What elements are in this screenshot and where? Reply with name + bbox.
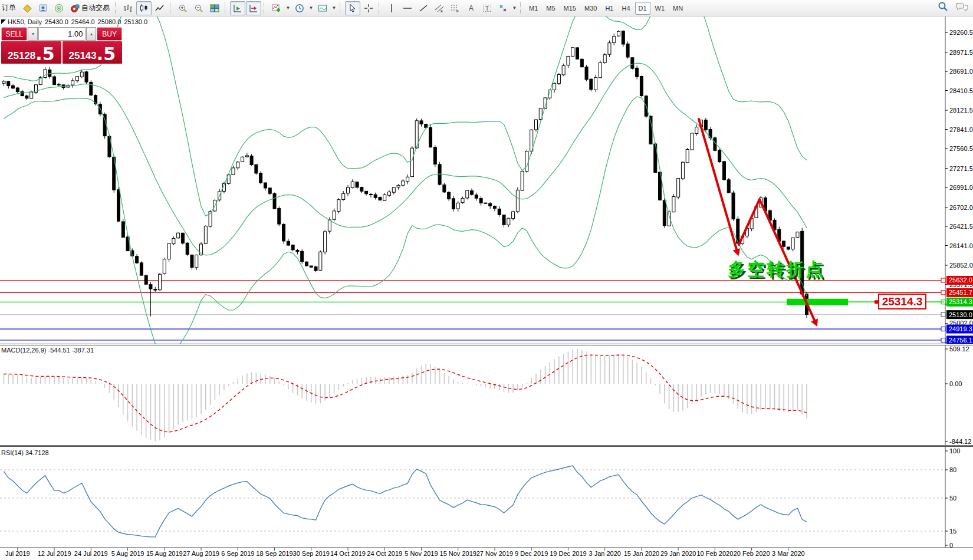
time-axis[interactable] xyxy=(0,548,945,560)
macd-indicator-label: MACD(12,26,9) -544.51 -387.31 xyxy=(1,347,94,354)
trendline-icon xyxy=(419,4,428,13)
timeframe-h4[interactable]: H4 xyxy=(618,2,633,15)
periods-dropdown[interactable]: ▼ xyxy=(308,2,314,15)
close-value: 25130.0 xyxy=(124,18,147,25)
sonar-icon xyxy=(54,4,64,13)
timeframe-d1[interactable]: D1 xyxy=(635,2,650,15)
turning-point-annotation[interactable]: 多空转折点 xyxy=(728,258,825,282)
template-icon xyxy=(318,4,327,13)
text-a-icon: A xyxy=(466,4,476,13)
zoom-out-button[interactable] xyxy=(191,1,206,15)
svg-text:E: E xyxy=(441,9,443,13)
templates-dropdown[interactable]: ▼ xyxy=(331,2,337,15)
volume-increase-button[interactable]: ▲ xyxy=(86,27,96,41)
toolbar-separator xyxy=(115,2,118,14)
channel-tool[interactable]: E xyxy=(432,1,447,15)
templates-button[interactable] xyxy=(315,1,330,15)
sell-price-display[interactable]: 25128.5 xyxy=(1,41,61,64)
timeframe-h1[interactable]: H1 xyxy=(601,2,617,15)
vertical-line-icon xyxy=(387,4,396,13)
fibonacci-tool[interactable]: F xyxy=(448,1,463,15)
trendline-tool[interactable] xyxy=(416,1,431,15)
timeframe-m15[interactable]: M15 xyxy=(560,2,580,15)
indicators-icon xyxy=(272,4,281,13)
symbol-period-label: HK50, Daily xyxy=(8,18,42,25)
fibonacci-icon: F xyxy=(451,4,460,13)
vertical-line-tool[interactable] xyxy=(384,1,399,15)
sell-price-main: 25128 xyxy=(8,50,35,62)
buy-price-frac: .5 xyxy=(97,46,116,62)
horizontal-line-tool[interactable] xyxy=(400,1,415,15)
chart-shift-icon xyxy=(249,4,258,13)
buy-button-label: BUY xyxy=(102,30,117,38)
accounts-button[interactable] xyxy=(35,1,51,15)
volume-input[interactable] xyxy=(38,27,86,41)
buy-button[interactable]: BUY xyxy=(97,27,122,41)
timeframe-w1[interactable]: W1 xyxy=(652,2,669,15)
crosshair-tool-button[interactable] xyxy=(361,1,376,15)
tile-windows-icon xyxy=(210,4,219,13)
buy-price-display[interactable]: 25143.5 xyxy=(63,41,123,64)
zoom-in-icon xyxy=(178,4,188,13)
volume-decrease-button[interactable]: ▼ xyxy=(28,27,38,41)
price-callout-box[interactable]: 25314.3 xyxy=(878,294,926,309)
arrows-tool[interactable] xyxy=(495,1,511,15)
timeframe-mn[interactable]: MN xyxy=(669,2,686,15)
sell-price-frac: .5 xyxy=(35,46,54,62)
bar-chart-icon xyxy=(123,4,133,13)
autotrade-button[interactable]: 自动交易 xyxy=(67,1,113,15)
line-chart-icon xyxy=(155,4,165,13)
cursor-tool-button[interactable] xyxy=(345,1,360,15)
one-click-trading-panel: SELL ▼ ▲ BUY 25128.5 25143.5 xyxy=(1,27,122,64)
autotrade-icon xyxy=(70,4,80,13)
auto-scroll-button[interactable] xyxy=(230,1,245,15)
timeframe-m1[interactable]: M1 xyxy=(525,2,541,15)
timeframe-m30[interactable]: M30 xyxy=(581,2,600,15)
zoom-out-icon xyxy=(194,4,203,13)
candle-chart-type-button[interactable] xyxy=(136,1,152,15)
timeframe-group: M1M5M15M30H1H4D1W1MN xyxy=(525,2,686,15)
macd-rsi-separator[interactable] xyxy=(0,445,973,447)
high-value: 25464.0 xyxy=(71,18,95,25)
candlesticks xyxy=(2,30,808,318)
new-order-button[interactable]: 订单 xyxy=(0,1,19,15)
auto-scroll-icon xyxy=(233,4,242,13)
symbol-marker-icon xyxy=(1,19,6,24)
low-value: 25080.0 xyxy=(98,18,121,25)
indicators-dropdown[interactable]: ▼ xyxy=(285,2,291,15)
text-label-icon: T xyxy=(482,4,492,13)
buy-price-main: 25143 xyxy=(68,50,96,62)
signals-button[interactable] xyxy=(51,1,67,15)
deposit-button[interactable] xyxy=(19,1,35,15)
mt4-window: { "toolbar": { "order_label": "订单", "aut… xyxy=(0,0,973,560)
macd-pane: 509.120.00-844.12 xyxy=(4,345,972,445)
toolbar-separator xyxy=(340,2,343,14)
chart-canvas[interactable]: 29260.528971.528691.028410.528121.527841… xyxy=(0,0,973,560)
chart-shift-button[interactable] xyxy=(246,1,261,15)
main-macd-separator[interactable] xyxy=(0,344,973,345)
clock-icon xyxy=(295,4,304,13)
price-callout-value: 25314.3 xyxy=(882,295,923,308)
equidistant-channel-icon: E xyxy=(435,4,444,13)
periods-button[interactable] xyxy=(292,1,307,15)
price-axis[interactable] xyxy=(946,17,973,547)
text-tool[interactable]: A xyxy=(464,1,479,15)
rsi-indicator-label: RSI(14) 34.7128 xyxy=(1,449,49,456)
arrows-dropdown[interactable]: ▼ xyxy=(511,2,518,15)
zoom-in-button[interactable] xyxy=(175,1,190,15)
tile-windows-button[interactable] xyxy=(207,1,222,15)
toolbar-separator xyxy=(379,2,382,14)
line-chart-type-button[interactable] xyxy=(152,1,167,15)
chat-icon[interactable] xyxy=(955,1,968,12)
svg-text:F: F xyxy=(456,9,459,13)
indicators-button[interactable] xyxy=(269,1,284,15)
chart-header: HK50, Daily 25430.0 25464.0 25080.0 2513… xyxy=(8,18,147,25)
sell-button[interactable]: SELL xyxy=(1,27,27,41)
open-value: 25430.0 xyxy=(45,18,68,25)
bar-chart-type-button[interactable] xyxy=(120,1,136,15)
toolbar-separator xyxy=(170,2,173,14)
search-icon[interactable] xyxy=(938,1,948,12)
label-tool[interactable]: T xyxy=(479,1,495,15)
autotrade-label: 自动交易 xyxy=(81,3,110,13)
timeframe-m5[interactable]: M5 xyxy=(543,2,558,15)
